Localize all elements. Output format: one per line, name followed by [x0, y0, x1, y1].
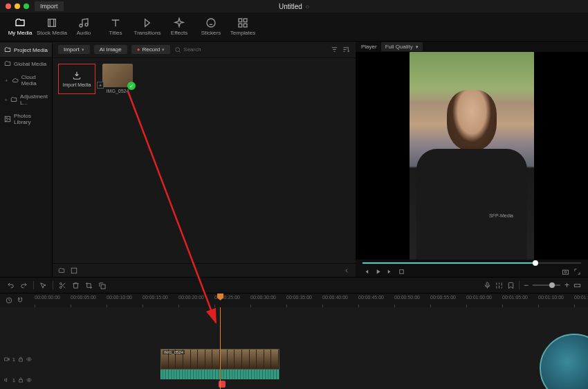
track-mute-button[interactable]	[26, 377, 32, 383]
tab-templates[interactable]: Templates	[227, 13, 259, 41]
stop-button[interactable]	[398, 268, 405, 275]
film-icon	[46, 17, 57, 28]
fullscreen-button[interactable]	[573, 268, 581, 275]
delete-button[interactable]	[72, 282, 80, 289]
import-tab[interactable]: Import	[35, 1, 64, 11]
lock-icon	[18, 356, 24, 362]
sidebar-item-adjustment[interactable]: + Adjustment L...	[0, 90, 52, 109]
playhead[interactable]	[220, 307, 221, 389]
snap-toggle[interactable]	[17, 297, 24, 304]
svg-rect-18	[486, 282, 488, 286]
zoom-out-button[interactable]: −	[524, 280, 529, 290]
video-track-header: 1	[0, 350, 588, 368]
folder-icon	[10, 96, 17, 103]
playback-controls	[356, 266, 588, 277]
crop-button[interactable]	[85, 282, 93, 289]
snapshot-button[interactable]	[562, 268, 569, 275]
sidebar-item-photos[interactable]: Photos Library	[0, 109, 52, 129]
mic-button[interactable]	[484, 282, 491, 289]
sort-button[interactable]	[342, 46, 350, 53]
new-folder-button[interactable]	[58, 267, 65, 274]
chevron-left-icon	[343, 267, 350, 274]
zoom-in-button[interactable]: +	[564, 280, 569, 290]
zoom-slider[interactable]	[533, 284, 560, 286]
ruler-tick: 00:00:45:00	[358, 295, 384, 300]
track-lock-button[interactable]	[18, 377, 24, 383]
svg-rect-4	[239, 19, 242, 22]
play-button[interactable]	[374, 268, 382, 275]
svg-point-3	[207, 19, 215, 27]
svg-rect-6	[239, 24, 242, 27]
tab-my-media[interactable]: My Media	[4, 13, 36, 41]
tab-audio[interactable]: Audio	[68, 13, 100, 41]
zoom-fit-button[interactable]	[573, 282, 581, 289]
tab-stickers[interactable]: Stickers	[195, 13, 227, 41]
marker-button[interactable]	[507, 282, 515, 289]
timecode-toggle[interactable]	[6, 297, 12, 304]
video-icon	[4, 356, 10, 362]
tab-effects[interactable]: Effects	[163, 13, 195, 41]
close-window-button[interactable]	[6, 3, 11, 9]
pointer-icon	[39, 282, 47, 289]
ruler-tick: 00:01:15:00	[574, 295, 588, 300]
maximize-window-button[interactable]	[24, 3, 29, 9]
quality-dropdown[interactable]: Full Quality▾	[381, 42, 423, 51]
ruler-tick: 00:01:10:00	[538, 295, 564, 300]
svg-rect-11	[71, 268, 77, 273]
search-input[interactable]: Search	[174, 46, 201, 53]
tab-titles[interactable]: Titles	[100, 13, 131, 41]
timeline-ruler[interactable]: 00:00:00:0000:00:05:0000:00:10:0000:00:1…	[0, 293, 588, 307]
tab-stock-media[interactable]: Stock Media	[36, 13, 68, 41]
progress-track	[362, 262, 581, 264]
track-lock-button[interactable]	[18, 356, 24, 362]
copy-button[interactable]	[98, 282, 106, 289]
plus-icon: +	[4, 78, 9, 84]
undo-icon	[7, 282, 15, 289]
sticker-icon	[205, 17, 217, 28]
import-icon	[72, 71, 82, 80]
media-clip[interactable]: + ✓ IMG_0524	[102, 64, 133, 93]
collapse-button[interactable]	[343, 267, 350, 274]
next-frame-button[interactable]	[386, 268, 394, 275]
transition-icon	[142, 17, 153, 28]
svg-point-16	[59, 286, 62, 288]
tab-transitions[interactable]: Transitions	[131, 13, 163, 41]
timeline-toolbar: − +	[0, 277, 588, 293]
svg-point-25	[28, 379, 30, 381]
redo-button[interactable]	[20, 282, 28, 289]
progress-knob[interactable]	[533, 260, 538, 266]
pointer-tool[interactable]	[39, 282, 47, 289]
scrub-bar[interactable]	[356, 260, 588, 266]
svg-rect-5	[244, 19, 247, 22]
add-to-timeline-button[interactable]: +	[97, 82, 104, 89]
split-button[interactable]	[59, 282, 66, 289]
mic-icon	[484, 282, 491, 289]
sidebar-item-project-media[interactable]: Project Media	[0, 43, 52, 57]
sidebar-item-cloud-media[interactable]: + Cloud Media	[0, 71, 52, 90]
zoom-knob[interactable]	[549, 282, 555, 288]
filter-button[interactable]	[331, 46, 338, 53]
sidebar-item-global-media[interactable]: Global Media	[0, 57, 52, 71]
magnet-icon	[17, 297, 24, 304]
stop-icon	[398, 268, 405, 275]
ruler-tick: 00:00:05:00	[71, 295, 96, 300]
progress-fill	[362, 262, 533, 264]
svg-point-2	[85, 24, 88, 26]
ai-image-button[interactable]: AI Image	[94, 45, 127, 54]
prev-frame-button[interactable]	[362, 268, 370, 275]
cloud-icon	[12, 77, 19, 84]
import-dropdown[interactable]: Import▾	[58, 45, 90, 54]
svg-rect-21	[5, 358, 8, 361]
mixer-button[interactable]	[495, 282, 503, 289]
track-mute-button[interactable]	[26, 356, 32, 362]
ruler-tick: 00:00:20:00	[178, 295, 204, 300]
minimize-window-button[interactable]	[15, 3, 20, 9]
main-row: Project Media Global Media + Cloud Media…	[0, 42, 588, 277]
timeline[interactable]: 1 1 IMG_0524	[0, 307, 588, 389]
preview-viewport[interactable]: SFP-Media	[356, 52, 588, 260]
record-dropdown[interactable]: ●Record▾	[131, 45, 171, 54]
import-media-tile[interactable]: Import Media	[58, 64, 95, 94]
layout-button[interactable]	[71, 267, 77, 274]
ruler-tick: 00:00:10:00	[107, 295, 132, 300]
undo-button[interactable]	[7, 282, 15, 289]
